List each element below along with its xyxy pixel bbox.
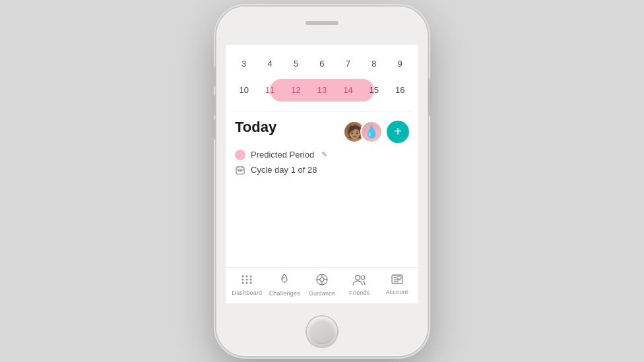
today-header: Today 🧑🏽 💧 + bbox=[235, 119, 409, 143]
calendar-small-icon bbox=[235, 165, 245, 175]
today-title: Today bbox=[235, 119, 276, 135]
cal-day-highlighted[interactable]: 11 bbox=[259, 79, 281, 102]
drop-icon: 💧 bbox=[364, 125, 379, 139]
home-button[interactable] bbox=[307, 317, 337, 347]
svg-rect-6 bbox=[242, 170, 243, 171]
svg-point-22 bbox=[355, 275, 360, 280]
cal-day[interactable]: 5 bbox=[285, 53, 307, 75]
account-icon bbox=[391, 274, 404, 287]
svg-point-14 bbox=[246, 282, 248, 284]
svg-point-7 bbox=[242, 275, 244, 277]
challenges-label: Challenges bbox=[269, 290, 300, 297]
screen: 3 4 5 6 7 8 9 10 11 12 13 14 15 bbox=[226, 45, 418, 303]
cal-day[interactable]: 4 bbox=[259, 53, 281, 75]
cal-day-highlighted[interactable]: 12 bbox=[285, 79, 307, 102]
add-button[interactable]: + bbox=[387, 121, 409, 143]
svg-point-11 bbox=[246, 278, 248, 280]
svg-point-17 bbox=[320, 278, 324, 282]
friends-icon bbox=[352, 274, 367, 287]
predicted-period-label: Predicted Period bbox=[251, 150, 314, 160]
calendar-row-1: 3 4 5 6 7 8 9 bbox=[231, 53, 413, 75]
cal-day-highlighted[interactable]: 14 bbox=[337, 79, 359, 102]
cycle-day-row: Cycle day 1 of 28 bbox=[235, 165, 409, 175]
svg-rect-4 bbox=[238, 170, 240, 171]
tab-challenges[interactable]: Challenges bbox=[266, 273, 304, 297]
cal-day[interactable]: 6 bbox=[311, 53, 333, 75]
svg-point-8 bbox=[246, 275, 248, 277]
svg-point-15 bbox=[250, 282, 252, 284]
tab-dashboard[interactable]: Dashboard bbox=[228, 274, 266, 296]
dashboard-label: Dashboard bbox=[232, 289, 262, 296]
tab-friends[interactable]: Friends bbox=[340, 274, 378, 296]
period-dot-icon bbox=[235, 150, 245, 160]
cal-day[interactable]: 10 bbox=[233, 79, 255, 102]
svg-rect-5 bbox=[240, 170, 241, 171]
cycle-day-label: Cycle day 1 of 28 bbox=[251, 165, 317, 175]
today-section: Today 🧑🏽 💧 + bbox=[226, 111, 418, 267]
speaker bbox=[306, 21, 338, 25]
tab-bar: Dashboard Challenges bbox=[226, 267, 418, 303]
cal-day[interactable]: 7 bbox=[337, 53, 359, 75]
svg-point-10 bbox=[242, 278, 244, 280]
home-button-inner bbox=[309, 319, 335, 344]
avatar-2: 💧 bbox=[360, 121, 383, 143]
phone-body: 3 4 5 6 7 8 9 10 11 12 13 14 15 bbox=[216, 7, 428, 356]
cal-day-highlighted[interactable]: 13 bbox=[311, 79, 333, 102]
dashboard-icon bbox=[240, 274, 253, 287]
calendar-row-2: 10 11 12 13 14 15 16 bbox=[231, 79, 413, 102]
guidance-label: Guidance bbox=[309, 290, 335, 297]
edit-icon[interactable]: ✎ bbox=[321, 150, 327, 159]
cal-day[interactable]: 15 bbox=[363, 79, 385, 102]
tab-guidance[interactable]: Guidance bbox=[304, 273, 341, 297]
account-label: Account bbox=[386, 289, 408, 295]
cal-day[interactable]: 9 bbox=[389, 53, 411, 75]
challenges-icon bbox=[278, 273, 291, 288]
today-actions: 🧑🏽 💧 + bbox=[343, 121, 409, 143]
svg-point-9 bbox=[250, 275, 252, 277]
guidance-icon bbox=[315, 273, 329, 288]
phone-frame: 3 4 5 6 7 8 9 10 11 12 13 14 15 bbox=[216, 7, 428, 356]
svg-point-13 bbox=[242, 282, 244, 284]
svg-rect-28 bbox=[397, 276, 401, 279]
predicted-period-row: Predicted Period ✎ bbox=[235, 150, 409, 160]
avatar-group: 🧑🏽 💧 bbox=[343, 121, 383, 143]
friends-label: Friends bbox=[349, 289, 370, 296]
cal-day: 3 bbox=[233, 53, 255, 75]
calendar: 3 4 5 6 7 8 9 10 11 12 13 14 15 bbox=[226, 45, 418, 111]
svg-point-23 bbox=[361, 276, 365, 280]
svg-point-12 bbox=[250, 278, 252, 280]
cal-day[interactable]: 16 bbox=[389, 79, 411, 102]
tab-account[interactable]: Account bbox=[378, 274, 416, 295]
cal-day[interactable]: 8 bbox=[363, 53, 385, 75]
